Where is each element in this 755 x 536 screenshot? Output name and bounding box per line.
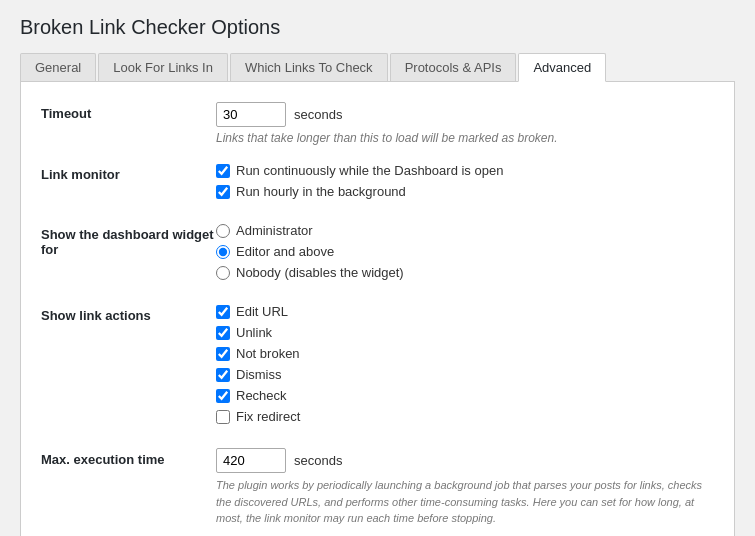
timeout-hint: Links that take longer than this to load…	[216, 131, 714, 145]
tabs-bar: General Look For Links In Which Links To…	[20, 53, 735, 82]
link-monitor-label: Link monitor	[41, 163, 216, 182]
link-actions-field: Edit URL Unlink Not broken Dismiss Reche…	[216, 304, 714, 430]
link-monitor-row: Link monitor Run continuously while the …	[41, 163, 714, 205]
link-action-checkbox-5[interactable]	[216, 410, 230, 424]
link-action-option-4[interactable]: Recheck	[216, 388, 714, 403]
dashboard-widget-radio-0[interactable]	[216, 224, 230, 238]
link-action-option-4-label: Recheck	[236, 388, 287, 403]
page-wrap: Broken Link Checker Options General Look…	[0, 0, 755, 536]
link-monitor-option-1[interactable]: Run hourly in the background	[216, 184, 714, 199]
link-action-option-3-label: Dismiss	[236, 367, 282, 382]
timeout-units: seconds	[294, 107, 342, 122]
link-action-checkbox-3[interactable]	[216, 368, 230, 382]
link-action-option-0[interactable]: Edit URL	[216, 304, 714, 319]
link-action-option-2[interactable]: Not broken	[216, 346, 714, 361]
dashboard-widget-option-1-label: Editor and above	[236, 244, 334, 259]
link-monitor-option-0[interactable]: Run continuously while the Dashboard is …	[216, 163, 714, 178]
timeout-row: Timeout seconds Links that take longer t…	[41, 102, 714, 145]
content-panel: Timeout seconds Links that take longer t…	[20, 82, 735, 536]
tab-look-for-links-in[interactable]: Look For Links In	[98, 53, 228, 81]
max-execution-label: Max. execution time	[41, 448, 216, 467]
link-monitor-option-1-label: Run hourly in the background	[236, 184, 406, 199]
tab-protocols-apis[interactable]: Protocols & APIs	[390, 53, 517, 81]
page-title: Broken Link Checker Options	[20, 16, 735, 39]
timeout-input[interactable]	[216, 102, 286, 127]
dashboard-widget-option-2[interactable]: Nobody (disables the widget)	[216, 265, 714, 280]
link-action-option-3[interactable]: Dismiss	[216, 367, 714, 382]
link-action-option-1[interactable]: Unlink	[216, 325, 714, 340]
link-actions-label: Show link actions	[41, 304, 216, 323]
dashboard-widget-row: Show the dashboard widget for Administra…	[41, 223, 714, 286]
max-execution-input[interactable]	[216, 448, 286, 473]
dashboard-widget-option-2-label: Nobody (disables the widget)	[236, 265, 404, 280]
timeout-input-group: seconds	[216, 102, 714, 127]
link-action-checkbox-0[interactable]	[216, 305, 230, 319]
link-monitor-option-0-label: Run continuously while the Dashboard is …	[236, 163, 503, 178]
tab-general[interactable]: General	[20, 53, 96, 81]
dashboard-widget-option-0[interactable]: Administrator	[216, 223, 714, 238]
link-action-option-0-label: Edit URL	[236, 304, 288, 319]
link-actions-row: Show link actions Edit URL Unlink Not br…	[41, 304, 714, 430]
tab-advanced[interactable]: Advanced	[518, 53, 606, 82]
link-action-checkbox-4[interactable]	[216, 389, 230, 403]
timeout-field: seconds Links that take longer than this…	[216, 102, 714, 145]
link-action-checkbox-1[interactable]	[216, 326, 230, 340]
link-monitor-checkbox-1[interactable]	[216, 185, 230, 199]
link-monitor-checkbox-0[interactable]	[216, 164, 230, 178]
link-action-option-5[interactable]: Fix redirect	[216, 409, 714, 424]
link-monitor-field: Run continuously while the Dashboard is …	[216, 163, 714, 205]
dashboard-widget-radio-2[interactable]	[216, 266, 230, 280]
link-action-checkbox-2[interactable]	[216, 347, 230, 361]
max-execution-input-group: seconds	[216, 448, 714, 473]
max-execution-hint: The plugin works by periodically launchi…	[216, 477, 714, 527]
link-action-option-5-label: Fix redirect	[236, 409, 300, 424]
dashboard-widget-radio-1[interactable]	[216, 245, 230, 259]
timeout-label: Timeout	[41, 102, 216, 121]
max-execution-field: seconds The plugin works by periodically…	[216, 448, 714, 527]
max-execution-row: Max. execution time seconds The plugin w…	[41, 448, 714, 527]
dashboard-widget-option-1[interactable]: Editor and above	[216, 244, 714, 259]
dashboard-widget-field: Administrator Editor and above Nobody (d…	[216, 223, 714, 286]
dashboard-widget-option-0-label: Administrator	[236, 223, 313, 238]
max-execution-units: seconds	[294, 453, 342, 468]
link-action-option-2-label: Not broken	[236, 346, 300, 361]
link-action-option-1-label: Unlink	[236, 325, 272, 340]
tab-which-links-to-check[interactable]: Which Links To Check	[230, 53, 388, 81]
dashboard-widget-label: Show the dashboard widget for	[41, 223, 216, 257]
